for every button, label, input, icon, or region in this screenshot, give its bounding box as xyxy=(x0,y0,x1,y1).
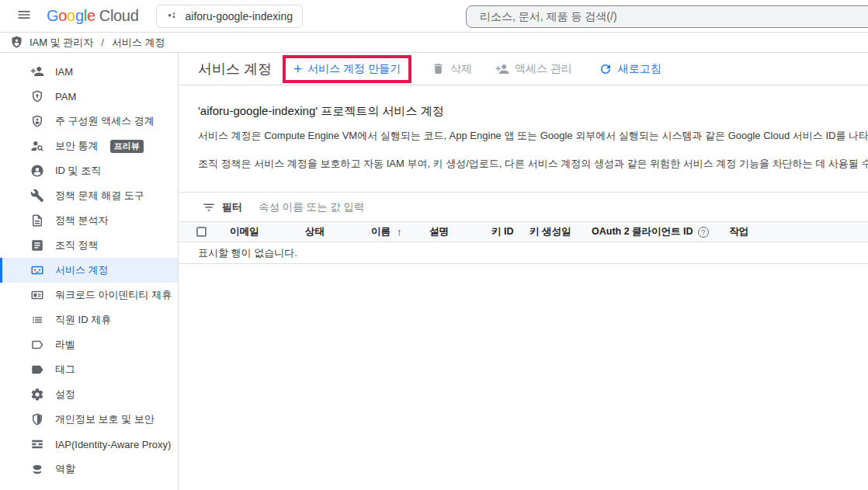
privacy-shield-icon xyxy=(30,412,44,426)
wrench-icon xyxy=(30,189,44,203)
create-service-account-button[interactable]: + 서비스 계정 만들기 xyxy=(286,58,408,80)
label-icon xyxy=(30,338,44,352)
column-header-6[interactable]: 키 생성일 xyxy=(529,225,592,238)
topbar: Google Cloud aiforu-google-indexing 리소스,… xyxy=(0,0,868,33)
sidebar-item-label: 보안 통계 xyxy=(55,139,99,153)
sidebar-item-pam[interactable]: PAM xyxy=(0,84,178,109)
refresh-button[interactable]: 새로고침 xyxy=(599,62,661,76)
sidebar-item-label: 직원 ID 제휴 xyxy=(55,313,111,327)
description-1: 서비스 계정은 Compute Engine VM에서 실행되는 코드, App… xyxy=(198,129,868,143)
preview-badge: 프리뷰 xyxy=(110,140,144,153)
project-selector[interactable]: aiforu-google-indexing xyxy=(156,5,304,28)
sidebar-item-settings[interactable]: 설정 xyxy=(0,382,178,407)
sidebar-item-principal-access-boundary[interactable]: 주 구성원 액세스 경계 xyxy=(0,109,178,134)
sidebar-item-workforce-identity-federation[interactable]: 직원 ID 제휴 xyxy=(0,308,178,332)
service-accounts-table: 필터 속성 이름 또는 값 입력 이메일상태이름↑설명키 ID키 생성일OAut… xyxy=(179,192,868,264)
table-header-row: 이메일상태이름↑설명키 ID키 생성일OAuth 2 클라이언트 ID?작업 xyxy=(179,221,868,242)
main-content: 서비스 계정 + 서비스 계정 만들기 삭제 액세스 관리 xyxy=(179,53,868,490)
badge-card-icon xyxy=(30,288,44,302)
google-cloud-logo[interactable]: Google Cloud xyxy=(47,7,139,25)
breadcrumb-section[interactable]: IAM 및 관리자 xyxy=(30,36,93,50)
column-header-2[interactable]: 상태 xyxy=(305,225,371,238)
sidebar-item-org-policies[interactable]: 조직 정책 xyxy=(0,233,178,258)
column-label: 이메일 xyxy=(230,225,259,238)
sidebar-item-policy-analyzer[interactable]: 정책 분석자 xyxy=(0,208,178,233)
breadcrumb-separator: / xyxy=(101,36,104,48)
sidebar-item-label: 주 구성원 액세스 경계 xyxy=(55,114,155,128)
sidebar-item-label: 개인정보 보호 및 보안 xyxy=(55,412,155,426)
logo-google: Google xyxy=(47,7,95,25)
sidebar-item-service-accounts[interactable]: 서비스 계정 xyxy=(0,258,178,283)
layers-bars-icon xyxy=(30,437,44,451)
column-label: 상태 xyxy=(305,225,325,238)
description-2: 조직 정책은 서비스 계정을 보호하고 자동 IAM 부여, 키 생성/업로드,… xyxy=(198,157,868,171)
column-label: 키 ID xyxy=(491,225,513,238)
sidebar-item-iam[interactable]: IAM xyxy=(0,59,178,84)
project-name: aiforu-google-indexing xyxy=(186,10,293,23)
sidebar-item-policy-troubleshooter[interactable]: 정책 문제 해결 도구 xyxy=(0,183,178,208)
column-header-3[interactable]: 이름↑ xyxy=(371,225,429,238)
sidebar-item-labels[interactable]: 라벨 xyxy=(0,332,178,357)
empty-state-row: 표시할 행이 없습니다. xyxy=(179,242,868,264)
sidebar-item-label: 역할 xyxy=(55,462,75,476)
column-label: 작업 xyxy=(729,225,748,238)
hamburger-icon xyxy=(16,7,32,25)
sidebar-item-label: 태그 xyxy=(55,363,75,377)
search-placeholder: 리소스, 문서, 제품 등 검색(/) xyxy=(480,10,617,24)
person-add-icon xyxy=(30,64,44,78)
sidebar-item-label: 라벨 xyxy=(55,338,75,352)
list-icon xyxy=(30,313,44,327)
filter-input[interactable]: 속성 이름 또는 값 입력 xyxy=(259,200,365,214)
sidebar-item-tags[interactable]: 태그 xyxy=(0,357,178,382)
column-header-1[interactable]: 이메일 xyxy=(230,225,305,238)
filter-bar: 필터 속성 이름 또는 값 입력 xyxy=(179,193,868,221)
sort-asc-icon: ↑ xyxy=(397,226,402,238)
content-section: 'aiforu-google-indexing' 프로젝트의 서비스 계정 서비… xyxy=(179,85,868,264)
sidebar-item-roles[interactable]: 역할 xyxy=(0,457,178,481)
sidebar-item-workload-identity-federation[interactable]: 워크로드 아이덴티티 제휴 xyxy=(0,283,178,308)
sidebar-item-identity-organization[interactable]: ID 및 조직 xyxy=(0,158,178,183)
document-search-icon xyxy=(30,214,44,228)
breadcrumb-page[interactable]: 서비스 계정 xyxy=(112,36,165,50)
breadcrumb: IAM 및 관리자 / 서비스 계정 xyxy=(0,33,868,53)
sidebar-item-label: 조직 정책 xyxy=(55,238,99,252)
search-input[interactable]: 리소스, 문서, 제품 등 검색(/) xyxy=(466,5,868,28)
shield-person-icon xyxy=(30,114,44,128)
sidebar-item-label: IAM xyxy=(55,66,73,78)
annotation-highlight: + 서비스 계정 만들기 xyxy=(283,55,411,83)
sidebar-item-label: PAM xyxy=(55,91,76,103)
menu-button[interactable] xyxy=(9,2,39,31)
sidebar-item-label: 정책 문제 해결 도구 xyxy=(55,189,144,203)
article-icon xyxy=(30,238,44,252)
column-label: 설명 xyxy=(429,225,449,238)
sidebar-item-privacy-security[interactable]: 개인정보 보호 및 보안 xyxy=(0,407,178,432)
filter-label[interactable]: 필터 xyxy=(222,200,242,214)
trash-icon xyxy=(432,62,445,75)
sidebar-item-label: 서비스 계정 xyxy=(55,263,109,277)
filter-icon xyxy=(202,200,216,214)
plus-icon: + xyxy=(293,64,302,75)
column-header-8[interactable]: 작업 xyxy=(729,225,822,238)
select-all-checkbox[interactable] xyxy=(196,227,207,237)
person-add-icon xyxy=(495,62,509,76)
sidebar-item-label: ID 및 조직 xyxy=(55,164,101,178)
robot-icon xyxy=(30,263,44,277)
iam-shield-icon xyxy=(10,36,23,49)
roles-hat-icon xyxy=(30,462,44,476)
column-header-7[interactable]: OAuth 2 클라이언트 ID? xyxy=(592,225,729,238)
page-title: 서비스 계정 xyxy=(198,60,272,78)
select-all-cell xyxy=(196,227,230,237)
help-icon[interactable]: ? xyxy=(698,227,709,238)
sidebar-item-label: 설정 xyxy=(55,387,75,401)
empty-message: 표시할 행이 없습니다. xyxy=(198,246,297,260)
action-toolbar: 서비스 계정 + 서비스 계정 만들기 삭제 액세스 관리 xyxy=(179,53,868,85)
column-label: OAuth 2 클라이언트 ID xyxy=(592,225,693,238)
sidebar-nav: IAMPAM주 구성원 액세스 경계보안 통계프리뷰ID 및 조직정책 문제 해… xyxy=(0,53,179,490)
column-header-4[interactable]: 설명 xyxy=(429,225,491,238)
account-circle-icon xyxy=(30,164,44,178)
sidebar-item-iap[interactable]: IAP(Identity-Aware Proxy) xyxy=(0,432,178,457)
column-label: 이름 xyxy=(371,225,391,238)
column-header-5[interactable]: 키 ID xyxy=(491,225,529,238)
sidebar-item-security-insights[interactable]: 보안 통계프리뷰 xyxy=(0,134,178,158)
sidebar-item-label: 워크로드 아이덴티티 제휴 xyxy=(55,288,172,302)
